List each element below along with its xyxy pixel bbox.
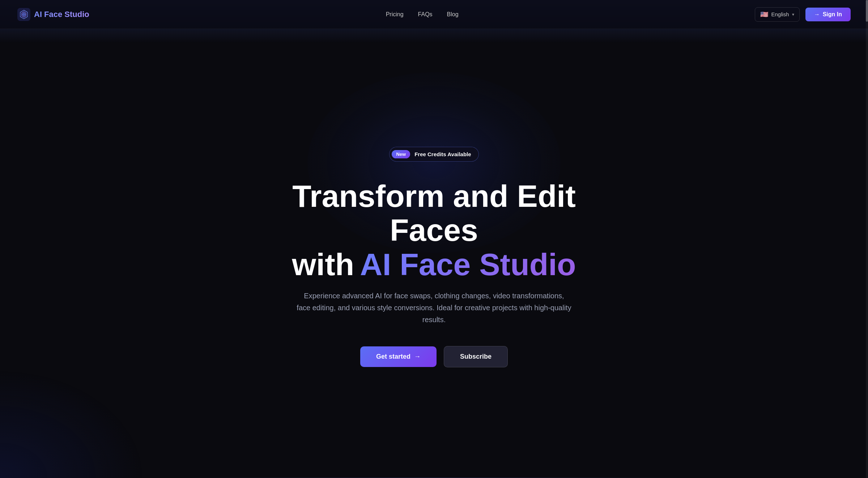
hero-section: New Free Credits Available Transform and… xyxy=(0,29,868,478)
navbar: AI Face Studio Pricing FAQs Blog 🇺🇸 Engl… xyxy=(0,0,868,29)
logo-link[interactable]: AI Face Studio xyxy=(17,8,89,21)
nav-blog[interactable]: Blog xyxy=(447,11,459,18)
get-started-button[interactable]: Get started → xyxy=(360,346,437,367)
signin-button[interactable]: → Sign In xyxy=(805,8,851,21)
hero-description: Experience advanced AI for face swaps, c… xyxy=(297,290,571,326)
navbar-nav: Pricing FAQs Blog xyxy=(386,11,459,18)
subscribe-label: Subscribe xyxy=(460,353,492,360)
nav-faqs[interactable]: FAQs xyxy=(418,11,433,18)
hero-title-line2: with AI Face Studio xyxy=(253,247,615,282)
hero-buttons: Get started → Subscribe xyxy=(360,346,508,367)
new-badge-label: New xyxy=(392,150,410,158)
subscribe-button[interactable]: Subscribe xyxy=(444,346,508,367)
chevron-down-icon: ▾ xyxy=(792,12,794,17)
badge-container: New Free Credits Available xyxy=(389,147,478,162)
hero-title-with: with xyxy=(292,247,354,282)
signin-label: Sign In xyxy=(823,11,842,18)
hero-title-brand: AI Face Studio xyxy=(360,247,576,282)
hero-title: Transform and Edit Faces with AI Face St… xyxy=(253,179,615,282)
new-badge-pill[interactable]: New Free Credits Available xyxy=(389,147,478,162)
flag-icon: 🇺🇸 xyxy=(760,10,768,18)
scrollbar-thumb[interactable] xyxy=(866,0,868,22)
scrollbar[interactable] xyxy=(866,0,868,478)
new-badge-text: Free Credits Available xyxy=(414,151,471,157)
language-label: English xyxy=(771,11,789,17)
logo-text: AI Face Studio xyxy=(34,10,89,19)
get-started-label: Get started xyxy=(376,353,410,360)
language-selector[interactable]: 🇺🇸 English ▾ xyxy=(755,7,799,22)
get-started-arrow-icon: → xyxy=(414,353,421,360)
hero-title-line1: Transform and Edit Faces xyxy=(253,179,615,247)
logo-icon xyxy=(17,8,30,21)
signin-arrow-icon: → xyxy=(814,11,820,18)
navbar-right: 🇺🇸 English ▾ → Sign In xyxy=(755,7,851,22)
nav-pricing[interactable]: Pricing xyxy=(386,11,404,18)
